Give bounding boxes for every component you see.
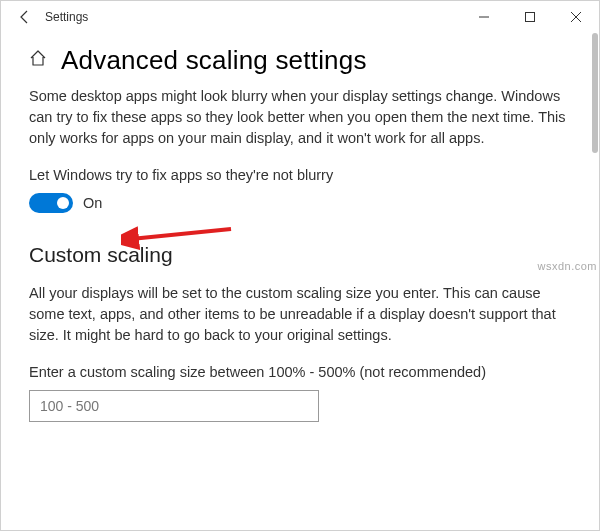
custom-scaling-input-label: Enter a custom scaling size between 100%…	[29, 364, 571, 380]
fix-blurry-toggle[interactable]	[29, 193, 73, 213]
fix-blurry-toggle-row: On	[29, 193, 571, 213]
watermark: wsxdn.com	[537, 260, 597, 272]
custom-scaling-input[interactable]	[29, 390, 319, 422]
window-controls	[461, 1, 599, 33]
content-area: Advanced scaling settings Some desktop a…	[1, 33, 599, 422]
vertical-scrollbar[interactable]	[592, 33, 598, 529]
svg-rect-0	[526, 13, 535, 22]
window-title: Settings	[45, 10, 88, 24]
close-button[interactable]	[553, 1, 599, 33]
heading-row: Advanced scaling settings	[29, 45, 571, 76]
titlebar: Settings	[1, 1, 599, 33]
arrow-left-icon	[17, 9, 33, 25]
intro-text: Some desktop apps might look blurry when…	[29, 86, 571, 149]
back-button[interactable]	[9, 1, 41, 33]
minimize-button[interactable]	[461, 1, 507, 33]
custom-scaling-heading: Custom scaling	[29, 243, 571, 267]
maximize-button[interactable]	[507, 1, 553, 33]
maximize-icon	[525, 12, 535, 22]
custom-scaling-description: All your displays will be set to the cus…	[29, 283, 571, 346]
toggle-knob	[57, 197, 69, 209]
fix-blurry-state: On	[83, 195, 102, 211]
scrollbar-thumb[interactable]	[592, 33, 598, 153]
fix-blurry-label: Let Windows try to fix apps so they're n…	[29, 167, 571, 183]
page-title: Advanced scaling settings	[61, 45, 367, 76]
minimize-icon	[479, 12, 489, 22]
close-icon	[571, 12, 581, 22]
home-icon[interactable]	[29, 49, 47, 72]
